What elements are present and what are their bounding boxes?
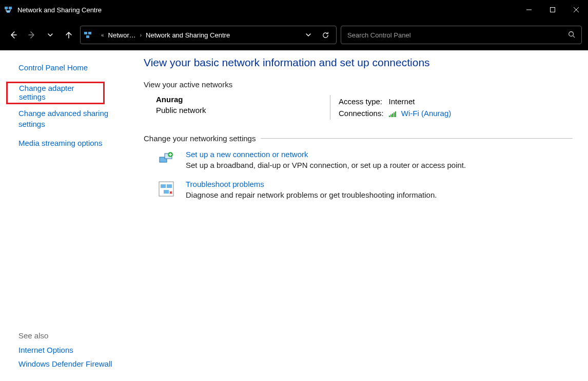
- change-adapter-settings-highlight: Change adapter settings: [6, 82, 105, 104]
- wifi-signal-icon: [389, 111, 397, 118]
- setup-connection-icon: [157, 150, 175, 168]
- address-bar[interactable]: « Networ… › Network and Sharing Centre: [80, 26, 337, 44]
- change-adapter-settings-link[interactable]: Change adapter settings: [19, 84, 100, 101]
- troubleshoot-link[interactable]: Troubleshoot problems: [186, 180, 437, 188]
- svg-rect-19: [164, 190, 169, 194]
- access-type-value: Internet: [389, 96, 456, 107]
- minimize-button[interactable]: [517, 0, 541, 20]
- svg-rect-10: [392, 113, 393, 117]
- chevron-left-icon[interactable]: «: [99, 32, 106, 38]
- settings-section-label: Change your networking settings: [144, 134, 256, 143]
- window: Network and Sharing Centre: [0, 0, 588, 381]
- breadcrumb-seg-1[interactable]: Networ…: [108, 31, 136, 39]
- setup-connection-desc: Set up a broadband, dial-up or VPN conne…: [186, 161, 466, 169]
- search-input[interactable]: [347, 31, 568, 39]
- network-name: Anurag: [156, 95, 324, 104]
- breadcrumb-seg-2[interactable]: Network and Sharing Centre: [146, 31, 230, 39]
- media-streaming-options-link[interactable]: Media streaming options: [18, 135, 128, 151]
- svg-rect-12: [395, 111, 396, 117]
- setup-connection-link[interactable]: Set up a new connection or network: [186, 150, 466, 159]
- network-sharing-icon: [84, 31, 92, 39]
- control-panel-home-link[interactable]: Control Panel Home: [18, 61, 128, 74]
- content-area: Control Panel Home Change adapter settin…: [0, 50, 588, 381]
- svg-rect-18: [167, 184, 172, 188]
- titlebar: Network and Sharing Centre: [0, 0, 588, 20]
- svg-point-7: [569, 31, 574, 36]
- svg-rect-11: [394, 112, 395, 117]
- troubleshoot-icon: [157, 180, 175, 198]
- connections-label: Connections:: [339, 108, 388, 119]
- svg-rect-8: [389, 116, 390, 117]
- see-also-label: See also: [18, 331, 128, 340]
- svg-rect-1: [9, 7, 12, 9]
- window-title: Network and Sharing Centre: [17, 6, 102, 14]
- close-button[interactable]: [564, 0, 588, 20]
- svg-rect-3: [551, 8, 555, 12]
- active-networks-label: View your active networks: [144, 80, 573, 89]
- windows-defender-firewall-link[interactable]: Windows Defender Firewall: [18, 357, 128, 371]
- internet-options-link[interactable]: Internet Options: [18, 343, 128, 357]
- page-heading: View your basic network information and …: [144, 56, 573, 69]
- svg-rect-16: [159, 182, 173, 196]
- wifi-connection-link[interactable]: Wi-Fi (Anurag): [401, 109, 452, 118]
- active-network-row: Anurag Public network Access type: Inter…: [156, 95, 573, 120]
- maximize-button[interactable]: [541, 0, 564, 20]
- settings-section-divider: Change your networking settings: [144, 134, 573, 143]
- svg-rect-4: [84, 32, 87, 34]
- svg-rect-0: [5, 7, 8, 9]
- svg-rect-17: [161, 184, 166, 188]
- troubleshoot-row: Troubleshoot problems Diagnose and repai…: [157, 180, 573, 199]
- svg-rect-5: [88, 32, 91, 34]
- svg-rect-9: [390, 115, 391, 117]
- back-button[interactable]: [6, 28, 21, 42]
- forward-button[interactable]: [25, 28, 39, 42]
- troubleshoot-desc: Diagnose and repair network problems or …: [186, 190, 437, 199]
- search-bar[interactable]: [341, 26, 582, 44]
- access-type-label: Access type:: [339, 96, 388, 107]
- refresh-button[interactable]: [318, 27, 333, 43]
- setup-connection-row: Set up a new connection or network Set u…: [157, 150, 573, 169]
- change-advanced-sharing-link[interactable]: Change advanced sharing settings: [18, 105, 128, 132]
- recent-locations-button[interactable]: [43, 28, 57, 42]
- svg-rect-6: [86, 35, 89, 38]
- network-sharing-icon: [4, 6, 12, 14]
- network-type: Public network: [156, 106, 324, 115]
- address-dropdown-button[interactable]: [301, 28, 316, 42]
- sidebar: Control Panel Home Change adapter settin…: [0, 50, 133, 381]
- chevron-right-icon: ›: [138, 32, 144, 38]
- up-button[interactable]: [62, 28, 76, 42]
- toolbar: « Networ… › Network and Sharing Centre: [0, 20, 588, 50]
- main-panel: View your basic network information and …: [133, 50, 588, 381]
- search-icon[interactable]: [568, 31, 575, 40]
